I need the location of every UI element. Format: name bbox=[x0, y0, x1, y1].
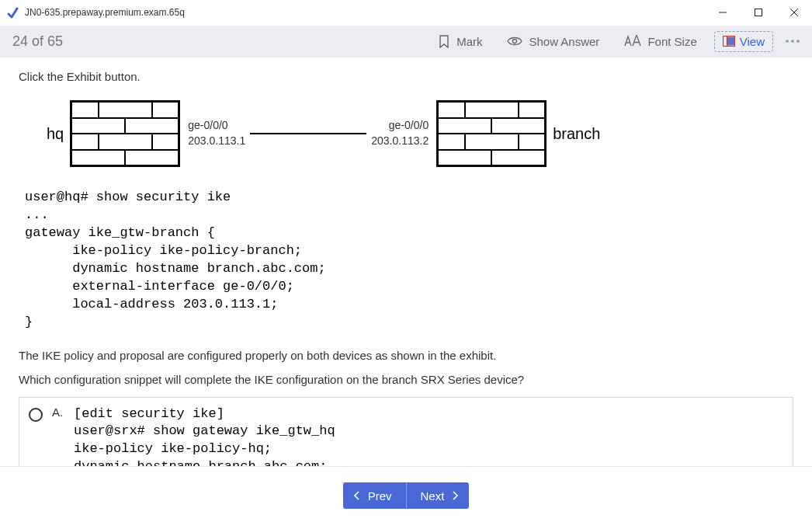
answer-option-a[interactable]: A. [edit security ike] user@srx# show ga… bbox=[19, 397, 793, 467]
view-label: View bbox=[740, 35, 765, 48]
hq-label: hq bbox=[47, 125, 64, 143]
nav-footer: Prev Next bbox=[0, 466, 812, 522]
paragraph-2: Which configuration snippet will complet… bbox=[19, 373, 793, 386]
app-logo-icon bbox=[6, 6, 19, 19]
dot-icon bbox=[786, 40, 789, 43]
svg-rect-7 bbox=[727, 37, 734, 45]
font-size-icon bbox=[624, 35, 641, 47]
question-counter: 24 of 65 bbox=[12, 33, 63, 50]
radio-unchecked-icon[interactable] bbox=[29, 408, 43, 422]
link-line bbox=[250, 133, 366, 134]
branch-firewall-icon bbox=[436, 100, 547, 167]
question-content: Click the Exhibit button. hq ge-0/0/0 20… bbox=[0, 57, 812, 466]
font-size-button[interactable]: Font Size bbox=[616, 30, 704, 53]
close-icon bbox=[790, 9, 798, 16]
right-ip: 203.0.113.2 bbox=[371, 134, 429, 149]
eye-icon bbox=[507, 36, 522, 47]
font-size-label: Font Size bbox=[647, 35, 696, 48]
left-interface: ge-0/0/0 bbox=[188, 118, 227, 134]
instruction-text: Click the Exhibit button. bbox=[19, 70, 793, 83]
mark-button[interactable]: Mark bbox=[430, 30, 490, 53]
next-label: Next bbox=[421, 489, 445, 503]
window-title: JN0-635.prepaway.premium.exam.65q bbox=[25, 7, 705, 18]
view-button[interactable]: View bbox=[714, 31, 773, 52]
left-ip: 203.0.113.1 bbox=[188, 134, 245, 149]
maximize-icon bbox=[755, 9, 762, 16]
prev-label: Prev bbox=[368, 489, 392, 503]
window-maximize-button[interactable] bbox=[741, 0, 776, 25]
more-button[interactable] bbox=[786, 40, 800, 43]
branch-label: branch bbox=[553, 125, 600, 143]
network-diagram: hq ge-0/0/0 203.0.113.1 ge-0/0/0 203.0.1… bbox=[47, 100, 793, 167]
option-code: [edit security ike] user@srx# show gatew… bbox=[74, 405, 335, 467]
window-titlebar: JN0-635.prepaway.premium.exam.65q bbox=[0, 0, 812, 26]
dot-icon bbox=[796, 40, 800, 43]
window-close-button[interactable] bbox=[776, 0, 812, 25]
chevron-right-icon bbox=[452, 491, 458, 500]
show-answer-label: Show Answer bbox=[529, 35, 599, 48]
chevron-left-icon bbox=[354, 491, 360, 500]
svg-rect-1 bbox=[755, 9, 762, 16]
show-answer-button[interactable]: Show Answer bbox=[499, 30, 607, 53]
window-minimize-button[interactable] bbox=[705, 0, 741, 25]
layout-icon bbox=[723, 36, 735, 47]
right-interface: ge-0/0/0 bbox=[389, 118, 429, 134]
dot-icon bbox=[791, 40, 794, 43]
bookmark-icon bbox=[438, 34, 450, 48]
svg-point-4 bbox=[513, 40, 517, 44]
minimize-icon bbox=[719, 9, 727, 16]
prev-button[interactable]: Prev bbox=[343, 482, 407, 509]
hq-firewall-icon bbox=[70, 100, 180, 167]
paragraph-1: The IKE policy and proposal are configur… bbox=[19, 349, 793, 362]
option-letter: A. bbox=[52, 405, 66, 419]
toolbar: 24 of 65 Mark Show Answer Font Size View bbox=[0, 26, 812, 57]
next-button[interactable]: Next bbox=[407, 482, 470, 509]
mark-label: Mark bbox=[456, 35, 482, 48]
config-code-block: user@hq# show security ike ... gateway i… bbox=[25, 189, 793, 332]
link-area: ge-0/0/0 203.0.113.1 ge-0/0/0 203.0.113.… bbox=[180, 118, 436, 148]
